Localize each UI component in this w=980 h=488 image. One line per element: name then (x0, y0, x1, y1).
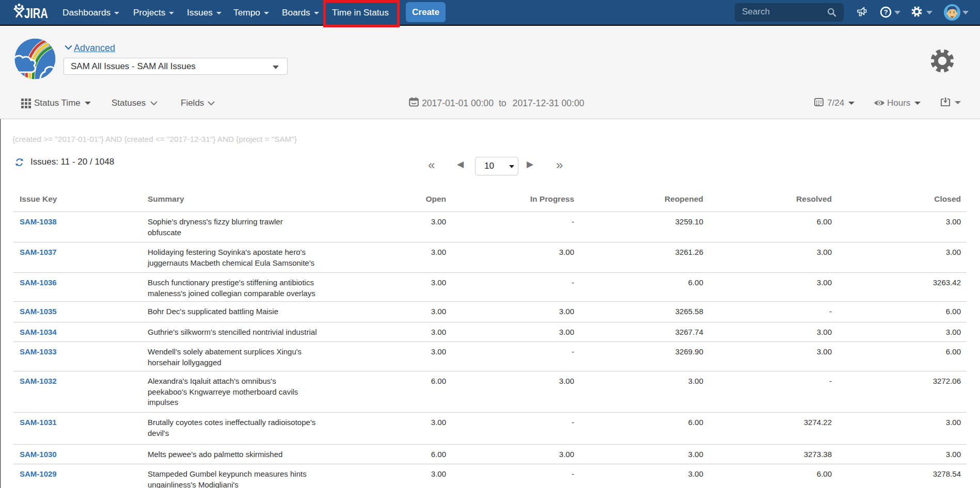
svg-text:JIRA: JIRA (24, 5, 48, 21)
svg-text:?: ? (883, 8, 888, 16)
